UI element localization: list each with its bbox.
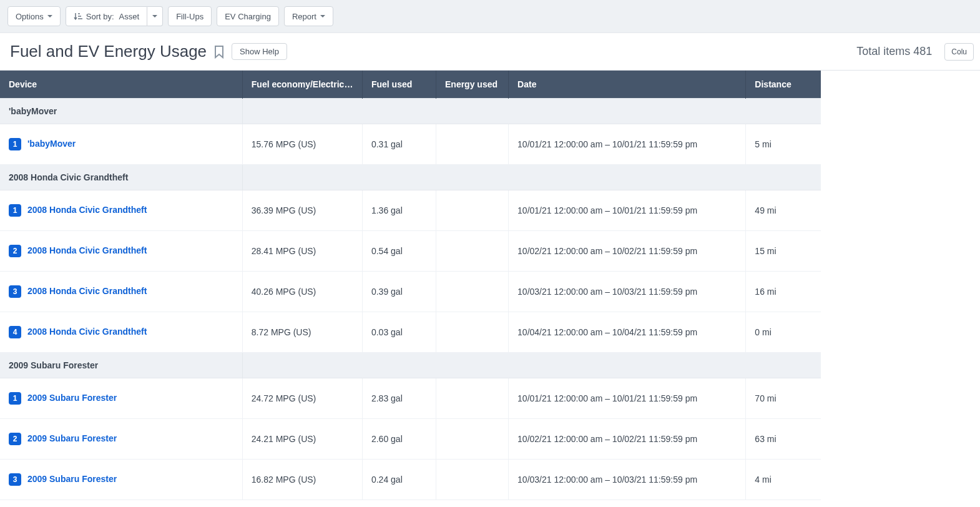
row-index-badge: 1 (9, 204, 21, 217)
group-name: 2008 Honda Civic Grandtheft (0, 165, 242, 190)
row-index-badge: 4 (9, 326, 21, 338)
device-link[interactable]: 2009 Subaru Forester (27, 433, 117, 443)
report-button[interactable]: Report (284, 6, 333, 26)
table-row: 32008 Honda Civic Grandtheft40.26 MPG (U… (0, 272, 821, 312)
col-header-device[interactable]: Device (0, 71, 242, 99)
device-link[interactable]: 2008 Honda Civic Grandtheft (27, 286, 147, 296)
row-index-badge: 1 (9, 392, 21, 405)
row-index-badge: 2 (9, 245, 21, 257)
cell-fuel: 2.60 gal (362, 419, 436, 460)
sort-by-group: Sort by: Asset (66, 6, 163, 26)
device-link[interactable]: 'babyMover (27, 139, 76, 149)
col-header-device-label: Device (9, 79, 233, 89)
table-row: 32009 Subaru Forester16.82 MPG (US)0.24 … (0, 460, 821, 500)
fillups-label: Fill-Ups (176, 12, 203, 21)
col-header-distance[interactable]: Distance (746, 71, 821, 99)
row-index-badge: 2 (9, 433, 21, 445)
group-name: 'babyMover (0, 99, 242, 124)
device-link[interactable]: 2008 Honda Civic Grandtheft (27, 327, 147, 337)
cell-distance: 0 mi (746, 312, 821, 353)
table-row: 12008 Honda Civic Grandtheft36.39 MPG (U… (0, 190, 821, 231)
table-row: 22009 Subaru Forester24.21 MPG (US)2.60 … (0, 419, 821, 460)
title-row: Fuel and EV Energy Usage Show Help Total… (0, 33, 980, 71)
cell-date: 10/02/21 12:00:00 am – 10/02/21 11:59:59… (509, 419, 746, 460)
cell-fuel: 0.39 gal (362, 272, 436, 312)
cell-device: 12009 Subaru Forester (0, 378, 242, 419)
device-link[interactable]: 2009 Subaru Forester (27, 474, 117, 484)
cell-date: 10/01/21 12:00:00 am – 10/01/21 11:59:59… (509, 190, 746, 231)
device-link[interactable]: 2009 Subaru Forester (27, 393, 117, 403)
cell-energy (436, 460, 509, 500)
show-help-button[interactable]: Show Help (232, 43, 287, 60)
cell-economy: 24.72 MPG (US) (242, 378, 362, 419)
cell-distance: 63 mi (746, 419, 821, 460)
group-row[interactable]: 2009 Subaru Forester (0, 353, 821, 378)
sort-by-dropdown[interactable] (147, 6, 163, 26)
table-row: 1'babyMover15.76 MPG (US)0.31 gal10/01/2… (0, 124, 821, 165)
cell-distance: 5 mi (746, 124, 821, 165)
fillups-button[interactable]: Fill-Ups (168, 6, 212, 26)
show-help-label: Show Help (240, 47, 279, 56)
cell-energy (436, 124, 509, 165)
cell-energy (436, 378, 509, 419)
cell-date: 10/04/21 12:00:00 am – 10/04/21 11:59:59… (509, 312, 746, 353)
col-header-economy[interactable]: Fuel economy/Electric e… (242, 71, 362, 99)
caret-down-icon (320, 15, 325, 17)
ev-charging-button[interactable]: EV Charging (217, 6, 279, 26)
cell-economy: 16.82 MPG (US) (242, 460, 362, 500)
ev-charging-label: EV Charging (225, 12, 271, 21)
cell-distance: 15 mi (746, 231, 821, 272)
cell-fuel: 0.03 gal (362, 312, 436, 353)
col-header-distance-label: Distance (755, 79, 812, 89)
row-index-badge: 3 (9, 285, 21, 298)
cell-economy: 15.76 MPG (US) (242, 124, 362, 165)
cell-fuel: 2.83 gal (362, 378, 436, 419)
options-label: Options (16, 12, 44, 21)
sort-value: Asset (119, 12, 140, 21)
cell-energy (436, 419, 509, 460)
group-name: 2009 Subaru Forester (0, 353, 242, 378)
cell-economy: 40.26 MPG (US) (242, 272, 362, 312)
bookmark-icon[interactable] (213, 44, 225, 59)
group-row[interactable]: 'babyMover (0, 99, 821, 124)
sort-by-button[interactable]: Sort by: Asset (66, 6, 147, 26)
device-link[interactable]: 2008 Honda Civic Grandtheft (27, 245, 147, 255)
group-spacer (242, 165, 821, 190)
cell-device: 32009 Subaru Forester (0, 460, 242, 500)
cell-date: 10/02/21 12:00:00 am – 10/02/21 11:59:59… (509, 231, 746, 272)
cell-economy: 24.21 MPG (US) (242, 419, 362, 460)
cell-date: 10/03/21 12:00:00 am – 10/03/21 11:59:59… (509, 272, 746, 312)
col-header-fuel[interactable]: Fuel used (362, 71, 436, 99)
group-row[interactable]: 2008 Honda Civic Grandtheft (0, 165, 821, 190)
columns-label: Colu (951, 47, 967, 56)
device-link[interactable]: 2008 Honda Civic Grandtheft (27, 205, 147, 215)
table-row: 42008 Honda Civic Grandtheft8.72 MPG (US… (0, 312, 821, 353)
sort-icon (74, 12, 82, 21)
row-index-badge: 1 (9, 138, 21, 150)
cell-date: 10/01/21 12:00:00 am – 10/01/21 11:59:59… (509, 378, 746, 419)
cell-date: 10/03/21 12:00:00 am – 10/03/21 11:59:59… (509, 460, 746, 500)
cell-energy (436, 190, 509, 231)
col-header-fuel-label: Fuel used (371, 79, 427, 89)
options-button[interactable]: Options (7, 6, 61, 26)
total-items: Total items 481 (856, 45, 932, 58)
col-header-energy[interactable]: Energy used (436, 71, 509, 99)
total-items-count: 481 (913, 45, 932, 57)
col-header-date-label: Date (517, 79, 737, 89)
table-header-row: Device Fuel economy/Electric e… Fuel use… (0, 71, 821, 99)
cell-economy: 8.72 MPG (US) (242, 312, 362, 353)
table-body: 'babyMover1'babyMover15.76 MPG (US)0.31 … (0, 99, 821, 500)
columns-button[interactable]: Colu (944, 43, 974, 61)
data-table: Device Fuel economy/Electric e… Fuel use… (0, 71, 821, 500)
cell-device: 32008 Honda Civic Grandtheft (0, 272, 242, 312)
report-label: Report (292, 12, 316, 21)
cell-distance: 16 mi (746, 272, 821, 312)
table-row: 12009 Subaru Forester24.72 MPG (US)2.83 … (0, 378, 821, 419)
col-header-date[interactable]: Date (509, 71, 746, 99)
cell-device: 42008 Honda Civic Grandtheft (0, 312, 242, 353)
cell-energy (436, 312, 509, 353)
total-items-prefix: Total items (856, 45, 910, 57)
page-title: Fuel and EV Energy Usage (10, 42, 207, 61)
cell-fuel: 0.31 gal (362, 124, 436, 165)
toolbar: Options Sort by: Asset Fill-Ups EV Charg… (0, 0, 980, 33)
